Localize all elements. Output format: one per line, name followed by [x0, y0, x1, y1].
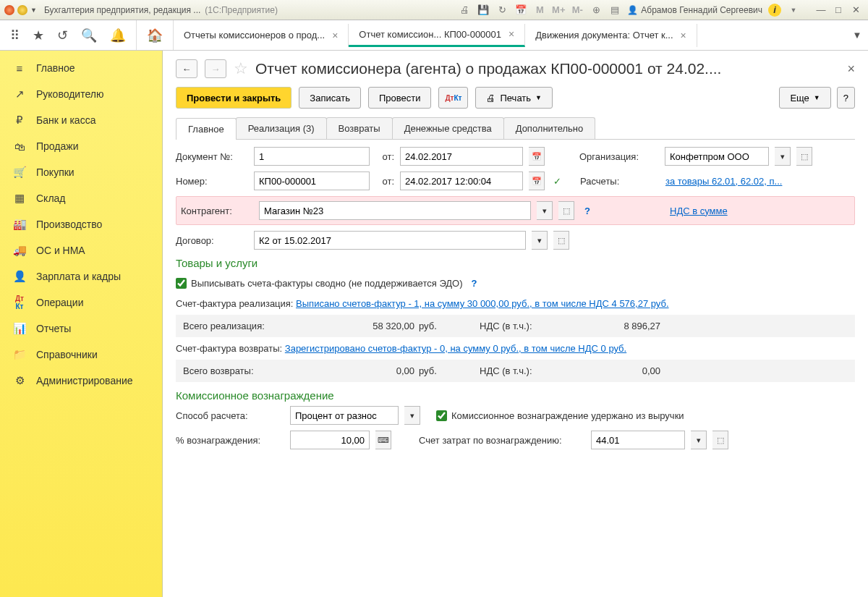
help-icon[interactable]: ?	[467, 274, 482, 292]
sidebar-item-bank[interactable]: ₽Банк и касса	[0, 107, 162, 133]
doc-date-input[interactable]	[400, 147, 523, 166]
more-button[interactable]: Еще▼	[779, 87, 830, 109]
calendar-icon[interactable]: 📅	[529, 172, 545, 190]
notifications-icon[interactable]: 🔔	[110, 27, 126, 43]
open-icon[interactable]: ⬚	[796, 147, 812, 166]
sidebar-item-hr[interactable]: 👤Зарплата и кадры	[0, 263, 162, 289]
withheld-label: Комиссионное вознаграждение удержано из …	[451, 410, 684, 421]
dropdown-icon[interactable]: ▾	[532, 231, 548, 250]
tab-label: Движения документа: Отчет к...	[535, 30, 673, 41]
favorites-icon[interactable]: ★	[33, 27, 44, 43]
doc-num-input[interactable]	[254, 147, 370, 166]
sf-real-link[interactable]: Выписано счетов-фактур - 1, на сумму 30 …	[296, 298, 668, 309]
close-icon[interactable]: ×	[509, 28, 514, 40]
info-dropdown[interactable]: ▼	[787, 4, 800, 17]
calendar-icon[interactable]: 📅	[514, 4, 527, 17]
calc-link[interactable]: за товары 62.01, 62.02, п...	[665, 176, 782, 187]
help-button[interactable]: ?	[837, 87, 855, 109]
calc-method-input[interactable]	[290, 406, 399, 425]
form-tab-realization[interactable]: Реализация (3)	[236, 117, 327, 139]
print-icon[interactable]: 🖨	[458, 4, 471, 17]
sidebar-item-purchases[interactable]: 🛒Покупки	[0, 159, 162, 185]
cost-account-input[interactable]	[591, 431, 685, 449]
form-tab-money[interactable]: Денежные средства	[392, 117, 504, 139]
history-icon[interactable]: ↺	[57, 27, 68, 43]
percent-input[interactable]	[290, 431, 370, 449]
from-label: от:	[375, 151, 394, 162]
calculator-icon[interactable]: ⌨	[375, 431, 391, 449]
close-icon[interactable]: ×	[332, 30, 338, 41]
app-menu-dropdown[interactable]: ▼	[30, 7, 37, 14]
bulk-invoice-checkbox[interactable]	[176, 278, 187, 289]
home-icon[interactable]: 🏠	[147, 27, 163, 43]
close-document-button[interactable]: ×	[847, 62, 855, 77]
tab-label: Отчеты комиссионеров о прод...	[184, 30, 325, 41]
back-button[interactable]: ←	[176, 59, 197, 78]
from-label-2: от:	[375, 176, 394, 187]
nds-label: НДС (в т.ч.):	[480, 365, 559, 376]
form-tab-main[interactable]: Главное	[176, 118, 237, 140]
m-minus-icon[interactable]: M-	[571, 4, 584, 17]
tab-movements[interactable]: Движения документа: Отчет к... ×	[525, 24, 697, 47]
datetime-input[interactable]	[400, 172, 523, 190]
window-subtitle: (1С:Предприятие)	[205, 5, 278, 15]
close-window-button[interactable]: ✕	[848, 4, 864, 17]
open-icon[interactable]: ⬚	[712, 431, 728, 449]
m-icon[interactable]: M	[533, 4, 546, 17]
sidebar-item-catalogs[interactable]: 📁Справочники	[0, 342, 162, 368]
post-and-close-button[interactable]: Провести и закрыть	[176, 87, 292, 109]
dropdown-icon[interactable]: ▾	[691, 431, 707, 449]
zoom-icon[interactable]: ⊕	[590, 4, 603, 17]
close-icon[interactable]: ×	[681, 30, 686, 41]
sidebar-item-assets[interactable]: 🚚ОС и НМА	[0, 237, 162, 263]
info-icon[interactable]: i	[768, 4, 781, 17]
user-icon: 👤	[627, 5, 638, 15]
apps-icon[interactable]: ⠿	[10, 27, 20, 43]
forward-button[interactable]: →	[205, 59, 226, 78]
sidebar-item-warehouse[interactable]: ▦Склад	[0, 185, 162, 211]
sidebar-item-reports[interactable]: 📊Отчеты	[0, 316, 162, 342]
form-tab-returns[interactable]: Возвраты	[326, 117, 393, 139]
contract-input[interactable]	[254, 231, 526, 250]
chevron-down-icon: ▼	[535, 94, 542, 101]
sidebar-item-admin[interactable]: ⚙Администрирование	[0, 368, 162, 394]
open-icon[interactable]: ⬚	[558, 201, 574, 220]
minimize-button[interactable]: —	[813, 4, 829, 17]
dt-kt-button[interactable]: ДтКт	[438, 87, 468, 109]
grid-icon[interactable]: ▤	[608, 4, 621, 17]
current-user[interactable]: 👤 Абрамов Геннадий Сергеевич	[627, 5, 762, 15]
dropdown-icon[interactable]: ▾	[404, 406, 420, 425]
org-input[interactable]	[665, 147, 769, 166]
post-button[interactable]: Провести	[368, 87, 432, 109]
sidebar-item-sales[interactable]: 🛍Продажи	[0, 133, 162, 159]
open-icon[interactable]: ⬚	[553, 231, 569, 250]
percent-label: % вознаграждения:	[176, 435, 284, 446]
sidebar-item-operations[interactable]: ДтКтОперации	[0, 289, 162, 316]
write-button[interactable]: Записать	[299, 87, 361, 109]
maximize-button[interactable]: □	[830, 4, 846, 17]
calendar-icon[interactable]: 📅	[529, 147, 545, 166]
withheld-checkbox[interactable]	[436, 410, 447, 421]
favorite-star-icon[interactable]: ☆	[234, 59, 248, 78]
tab-report-doc[interactable]: Отчет комиссион... КП00-000001 ×	[349, 24, 525, 47]
number-input[interactable]	[254, 172, 370, 190]
tabs-dropdown[interactable]: ▼	[846, 30, 868, 41]
save-icon[interactable]: 💾	[477, 4, 490, 17]
partner-input[interactable]	[259, 201, 531, 220]
dropdown-icon[interactable]: ▾	[775, 147, 791, 166]
dropdown-icon[interactable]: ▾	[537, 201, 553, 220]
sidebar-item-manager[interactable]: ↗Руководителю	[0, 81, 162, 107]
refresh-icon[interactable]: ↻	[495, 4, 509, 17]
calc-label: Расчеты:	[580, 176, 660, 187]
nds-mode-link[interactable]: НДС в сумме	[670, 206, 728, 216]
tab-reports-list[interactable]: Отчеты комиссионеров о прод... ×	[174, 24, 349, 47]
print-button[interactable]: 🖨Печать▼	[475, 87, 553, 109]
form-tab-additional[interactable]: Дополнительно	[503, 117, 596, 139]
help-icon[interactable]: ?	[580, 201, 595, 220]
sidebar-item-production[interactable]: 🏭Производство	[0, 211, 162, 237]
sidebar-item-label: Покупки	[36, 166, 75, 178]
search-icon[interactable]: 🔍	[81, 27, 97, 43]
m-plus-icon[interactable]: M+	[552, 4, 565, 17]
sidebar-item-main[interactable]: ≡Главное	[0, 55, 162, 81]
sf-ret-link[interactable]: Зарегистрировано счетов-фактур - 0, на с…	[285, 343, 626, 354]
